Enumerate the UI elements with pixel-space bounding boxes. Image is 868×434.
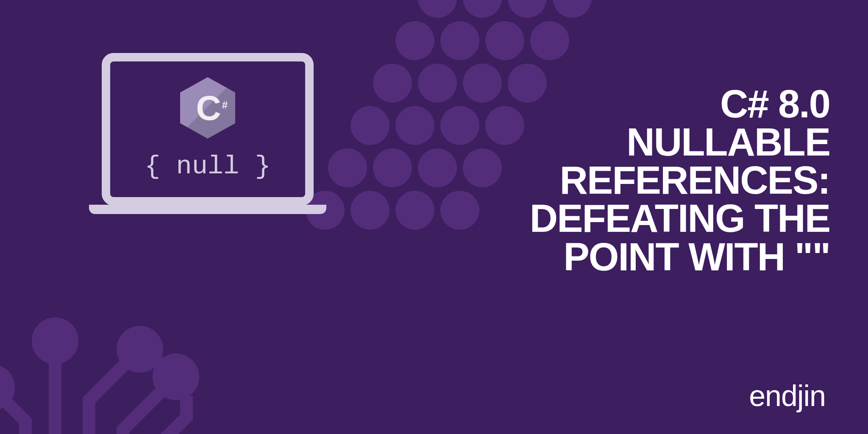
svg-point-0	[38, 324, 72, 358]
title-line-4: DEFEATING THE	[530, 199, 830, 237]
title-line-5: POINT WITH ""	[530, 238, 830, 276]
title-line-1: C# 8.0	[530, 85, 830, 123]
title-line-2: NULLABLE	[530, 123, 830, 161]
brand-logo: endjin	[749, 379, 826, 413]
null-code-label: { null }	[145, 151, 271, 181]
laptop-illustration: C # { null }	[89, 53, 326, 244]
laptop-base	[89, 205, 326, 214]
logo-hash: #	[222, 99, 228, 111]
svg-point-1	[0, 370, 8, 404]
article-title: C# 8.0 NULLABLE REFERENCES: DEFEATING TH…	[530, 85, 830, 276]
svg-point-3	[159, 360, 193, 394]
laptop-screen: C # { null }	[102, 53, 314, 206]
csharp-logo-icon: C #	[180, 77, 235, 139]
title-line-3: REFERENCES:	[530, 161, 830, 199]
logo-letter: C	[196, 88, 219, 128]
svg-point-2	[123, 332, 157, 366]
